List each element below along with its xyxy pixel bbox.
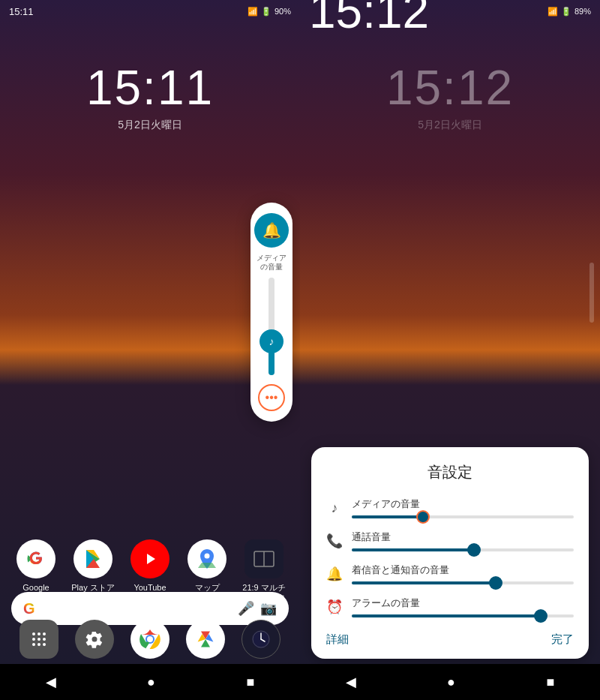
- left-clock-date: 5月2日火曜日: [0, 119, 300, 132]
- left-screen: 15:11 📶 🔋 90% 15:11 5月2日火曜日 🔔 メディアの音量 ♪ …: [0, 0, 300, 700]
- svg-point-5: [32, 632, 35, 635]
- left-clock-time: 15:11: [0, 60, 300, 116]
- sound-settings-panel: 音設定 ♪ メディアの音量 📞 通話音量: [311, 447, 589, 659]
- svg-point-10: [43, 638, 46, 641]
- svg-point-13: [43, 643, 46, 646]
- right-status-icons: 📶 🔋 89%: [548, 7, 591, 17]
- wifi-icon: 📶: [248, 7, 258, 17]
- svg-point-11: [32, 643, 35, 646]
- right-screen: 15:12 📶 🔋 89% 15:12 5月2日火曜日 音設定 ♪ メディアの音…: [300, 0, 600, 700]
- right-wifi-icon: 📶: [548, 7, 558, 17]
- youtube-icon: [130, 539, 170, 578]
- left-status-icons: 📶 🔋 90%: [248, 7, 291, 17]
- ring-volume-fill: [352, 581, 496, 584]
- sound-panel-title: 音設定: [326, 462, 574, 482]
- right-clock-date: 5月2日火曜日: [300, 119, 600, 132]
- app-item-youtube[interactable]: YouTube: [126, 539, 175, 593]
- playstore-label: Play ストア: [71, 583, 114, 593]
- left-clock-container: 15:11 5月2日火曜日: [0, 60, 300, 132]
- svg-point-12: [38, 643, 40, 646]
- dock-launcher-icon[interactable]: [20, 620, 58, 659]
- svg-point-15: [147, 636, 153, 642]
- microphone-icon[interactable]: 🎤: [238, 600, 254, 617]
- right-status-time: 15:12: [309, 0, 429, 39]
- sound-row-media: ♪ メディアの音量: [326, 497, 574, 518]
- battery-icon: 🔋: [261, 7, 272, 17]
- right-volume-indicator: [590, 263, 594, 323]
- right-nav-bar: ◀ ● ■: [300, 664, 600, 700]
- ring-volume-thumb[interactable]: [489, 576, 502, 590]
- call-volume-icon: 📞: [326, 533, 343, 549]
- window21-icon: [244, 539, 284, 578]
- call-volume-thumb[interactable]: [467, 543, 481, 557]
- ring-volume-label: 着信音と通知音の音量: [352, 563, 574, 577]
- svg-point-2: [205, 553, 210, 558]
- svg-point-7: [43, 632, 46, 635]
- home-button[interactable]: ●: [147, 674, 155, 690]
- battery-percent: 90%: [274, 7, 291, 16]
- volume-more-button[interactable]: •••: [258, 384, 285, 411]
- sound-row-alarm: ⏰ アラームの音量: [326, 596, 574, 617]
- alarm-volume-icon: ⏰: [326, 599, 343, 615]
- sound-panel-footer: 詳細 完了: [326, 629, 574, 647]
- svg-point-6: [38, 632, 40, 635]
- dock-photos-icon[interactable]: [186, 620, 225, 659]
- volume-popup-label: メディアの音量: [250, 254, 292, 272]
- recents-button[interactable]: ■: [246, 674, 254, 690]
- app-item-google[interactable]: Google: [12, 539, 61, 593]
- volume-thumb[interactable]: ♪: [260, 329, 284, 353]
- svg-point-8: [32, 638, 35, 641]
- maps-icon: [188, 539, 226, 578]
- maps-label: マップ: [195, 583, 220, 593]
- dock-row: [0, 620, 300, 659]
- media-volume-label: メディアの音量: [352, 497, 574, 511]
- sound-detail-button[interactable]: 詳細: [326, 632, 349, 647]
- right-recents-button[interactable]: ■: [546, 674, 554, 690]
- app-item-maps[interactable]: マップ: [183, 539, 232, 593]
- right-clock-time: 15:12: [300, 60, 600, 116]
- media-volume-track[interactable]: [352, 515, 574, 518]
- call-volume-track[interactable]: [352, 548, 574, 551]
- right-clock-container: 15:12 5月2日火曜日: [300, 60, 600, 132]
- alarm-volume-fill: [352, 614, 541, 617]
- right-battery-percent: 89%: [574, 7, 591, 16]
- google-label: Google: [22, 583, 49, 593]
- left-status-time: 15:11: [9, 6, 34, 17]
- media-volume-fill: [352, 515, 423, 518]
- alarm-volume-control: アラームの音量: [352, 596, 574, 617]
- ring-volume-track[interactable]: [352, 581, 574, 584]
- right-status-bar: 15:12 📶 🔋 89%: [300, 0, 600, 23]
- ring-volume-icon: 🔔: [326, 566, 343, 582]
- media-volume-thumb[interactable]: [416, 510, 430, 524]
- volume-popup: 🔔 メディアの音量 ♪ •••: [250, 203, 292, 422]
- google-g-icon: G: [23, 600, 35, 617]
- alarm-volume-thumb[interactable]: [534, 609, 548, 623]
- app-item-playstore[interactable]: Play ストア: [69, 539, 118, 593]
- right-back-button[interactable]: ◀: [346, 674, 356, 690]
- google-icon: [16, 539, 56, 578]
- youtube-label: YouTube: [134, 583, 166, 593]
- left-status-bar: 15:11 📶 🔋 90%: [0, 0, 300, 23]
- volume-track[interactable]: ♪: [268, 278, 274, 375]
- alarm-volume-label: アラームの音量: [352, 596, 574, 610]
- volume-bell-button[interactable]: 🔔: [254, 213, 289, 248]
- ring-volume-control: 着信音と通知音の音量: [352, 563, 574, 584]
- call-volume-control: 通話音量: [352, 530, 574, 551]
- right-battery-icon: 🔋: [561, 7, 572, 17]
- call-volume-label: 通話音量: [352, 530, 574, 544]
- left-nav-bar: ◀ ● ■: [0, 664, 300, 700]
- sound-row-call: 📞 通話音量: [326, 530, 574, 551]
- dock-clock-icon[interactable]: [242, 620, 280, 659]
- dock-chrome-icon[interactable]: [130, 620, 170, 659]
- alarm-volume-track[interactable]: [352, 614, 574, 617]
- media-volume-icon: ♪: [326, 500, 343, 516]
- back-button[interactable]: ◀: [46, 674, 56, 690]
- media-volume-control: メディアの音量: [352, 497, 574, 518]
- sound-done-button[interactable]: 完了: [551, 632, 574, 647]
- lens-icon[interactable]: 📷: [260, 600, 277, 617]
- dock-settings-icon[interactable]: [75, 620, 114, 659]
- sound-row-ring: 🔔 着信音と通知音の音量: [326, 563, 574, 584]
- svg-point-9: [38, 638, 40, 641]
- right-home-button[interactable]: ●: [447, 674, 455, 690]
- call-volume-fill: [352, 548, 474, 551]
